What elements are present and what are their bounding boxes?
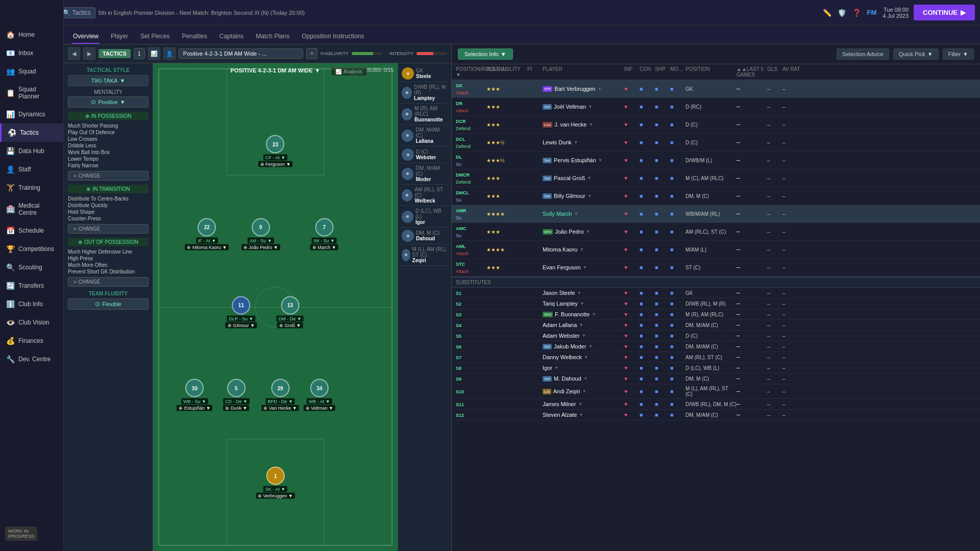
player-name-march-row[interactable]: Solly March ▼ bbox=[543, 211, 624, 217]
sub-item-lallana[interactable]: ⊕ DM, M/AM (C) Lallana bbox=[400, 125, 449, 146]
sub-item-igor[interactable]: ⊕ D (LC), WB (L) Igor bbox=[400, 206, 449, 228]
player-node-kaoru[interactable]: 22 IF - At ▼ ⊕ Mitoma Kaoru ▼ bbox=[185, 218, 229, 250]
change-possession-out-btn[interactable]: » CHANGE bbox=[68, 277, 149, 287]
player-name-webster-row[interactable]: Adam Webster ▼ bbox=[543, 333, 624, 339]
sidebar-item-schedule[interactable]: 📅Schedule bbox=[0, 221, 63, 240]
sidebar-item-scouting[interactable]: 🔍Scouting bbox=[0, 258, 63, 277]
player-name-verbruggen-row[interactable]: IPR Bart Verbruggen ▼ bbox=[543, 86, 624, 92]
player-name-gilmour-row[interactable]: Set Billy Gilmour ▼ bbox=[543, 193, 624, 199]
mentality-select[interactable]: ⊙ Positive ▼ bbox=[68, 96, 149, 108]
fluidity-select[interactable]: ⊙ Flexible bbox=[68, 298, 149, 310]
player-name-igor-row[interactable]: Igor ▼ bbox=[543, 365, 624, 371]
sub-item-welbeck[interactable]: ⊕ AM (RL), ST (C) Welbeck bbox=[400, 185, 449, 206]
sidebar-item-dynamics[interactable]: 📊Dynamics bbox=[0, 105, 63, 123]
player-name-welbeck-row[interactable]: Danny Welbeck ▼ bbox=[543, 354, 624, 360]
col-last5[interactable]: ▲▲LAST 5 GAMES bbox=[737, 66, 767, 78]
shield-icon[interactable]: 🛡️ bbox=[838, 9, 846, 17]
tab-match-plans[interactable]: Match Plans bbox=[255, 30, 290, 44]
sidebar-item-home[interactable]: 🏠Home bbox=[0, 26, 63, 44]
sidebar-item-club-info[interactable]: ℹ️Club Info bbox=[0, 295, 63, 313]
col-position[interactable]: POSITION/ROLE/DU... ▼ bbox=[456, 66, 486, 78]
player-node-gross[interactable]: 13 DM - De ▼ ⊕ Groß ▼ bbox=[277, 296, 304, 328]
player-name-milner-row[interactable]: James Milner ▼ bbox=[543, 401, 624, 407]
topbar: ◀ ▶ ⚽ 🔍 Tactics 5th in English Premier D… bbox=[0, 0, 980, 26]
sidebar-item-squad-planner[interactable]: 📋Squad Planner bbox=[0, 81, 63, 105]
player-name-dahoud-row[interactable]: Set M. Dahoud ▼ bbox=[543, 375, 624, 382]
player-name-alzate-row[interactable]: Steven Alzate ▼ bbox=[543, 412, 624, 418]
col-role-ability[interactable]: ROLE ABILITY bbox=[486, 66, 527, 78]
sidebar-item-inbox[interactable]: 📧Inbox bbox=[0, 44, 63, 62]
sidebar-item-training[interactable]: 🏋️Training bbox=[0, 179, 63, 197]
sidebar-item-tactics[interactable]: ⚽Tactics bbox=[0, 123, 63, 142]
sidebar-item-competitions[interactable]: 🏆Competitions bbox=[0, 240, 63, 258]
player-node-march[interactable]: 7 IW - Su ▼ ⊕ March ▼ bbox=[310, 218, 338, 250]
player-node-dunk[interactable]: 5 CD - De ▼ ⊕ Dunk ▼ bbox=[223, 379, 250, 411]
continue-button[interactable]: CONTINUE ▶ bbox=[914, 5, 975, 20]
table-row-s4: S4 Adam Lallana ▼ ♥ ■ ■ ■ DM, M/AM (C) –… bbox=[452, 320, 980, 331]
sidebar-item-dev-centre[interactable]: 🔧Dev. Centre bbox=[0, 350, 63, 368]
player-name-lallana-row[interactable]: Adam Lallana ▼ bbox=[543, 322, 624, 328]
player-node-veltman[interactable]: 34 WB - At ▼ ⊕ Veltman ▼ bbox=[304, 379, 335, 411]
tab-overview[interactable]: Overview bbox=[72, 30, 100, 44]
tactical-style-header: TACTICAL STYLE bbox=[68, 67, 149, 73]
player-node-joaopedro[interactable]: 9 AM - Su ▼ ⊕ João Pedro ▼ bbox=[241, 218, 280, 250]
sub-item-webster[interactable]: ⊕ D (C) Webster bbox=[400, 146, 449, 163]
change-transition-btn[interactable]: » CHANGE bbox=[68, 224, 149, 234]
sub-item-moder[interactable]: ⊕ DM, M/AM (C) Moder bbox=[400, 163, 449, 185]
add-tactic-btn[interactable]: + bbox=[306, 48, 317, 59]
player-name-veltman-row[interactable]: Set Joël Veltman ▼ bbox=[543, 104, 624, 110]
player-name-gross-row[interactable]: Set Pascal Groß ▼ bbox=[543, 175, 624, 181]
tab-penalties[interactable]: Penalties bbox=[181, 30, 208, 44]
player-name-vanhecke-row[interactable]: Los J. van Hecke ▼ bbox=[543, 121, 624, 128]
player-name-steele-row[interactable]: Jason Steele ▼ bbox=[543, 290, 624, 296]
sidebar-item-staff[interactable]: 👤Staff bbox=[0, 160, 63, 179]
player-name-estupinan-row[interactable]: Set Pervis Estupiñán ▼ bbox=[543, 157, 624, 163]
player-node-gilmour[interactable]: 11 DLP - Su ▼ ⊕ Gilmour ▼ bbox=[226, 296, 257, 328]
sidebar-item-club-vision[interactable]: 👁️Club Vision bbox=[0, 313, 63, 332]
sub-item-zeqiri[interactable]: ⊕ M (L), AM (RL), ST (C) Zeqiri bbox=[400, 244, 449, 266]
sub-item-dahoud[interactable]: ⊕ DM, M (C) Dahoud bbox=[400, 228, 449, 244]
sub-item-lamptey[interactable]: ⊕ D/WB (RL), M (R) Lamptey bbox=[400, 82, 449, 104]
tactics-fwd-btn[interactable]: ▶ bbox=[83, 47, 95, 60]
player-name-joaopedro-row[interactable]: Wnt João Pedro ▼ bbox=[543, 229, 624, 235]
player-name-lamptey-row[interactable]: Tariq Lamptey ▼ bbox=[543, 300, 624, 307]
player-name-dunk-row[interactable]: Lewis Dunk ▼ bbox=[543, 139, 624, 145]
edit-icon[interactable]: ✏️ bbox=[823, 9, 831, 17]
selection-advice-button[interactable]: Selection Advice bbox=[837, 48, 889, 60]
formation-select[interactable]: Positive 4-2-3-1 DM AM Wide - ... bbox=[179, 48, 303, 59]
quick-pick-button[interactable]: Quick Pick ▼ bbox=[893, 48, 939, 60]
filter-button[interactable]: Filter ▼ bbox=[943, 48, 974, 60]
sidebar-item-medical[interactable]: 🏥Medical Centre bbox=[0, 197, 63, 221]
table-row: AMCSu ★★★ Wnt João Pedro ▼ ♥ ■ ■ ■ AM (R… bbox=[452, 223, 980, 241]
sub-item-buonanotte[interactable]: ⊕ M (R), AM (RLC) Buonanotte bbox=[400, 104, 449, 125]
sidebar-item-squad[interactable]: 👥Squad bbox=[0, 62, 63, 81]
tab-set-pieces[interactable]: Set Pieces bbox=[139, 30, 170, 44]
analysis-button[interactable]: 📈 Analysis bbox=[331, 67, 367, 76]
sub-item-steele[interactable]: ⊕ GK Steele bbox=[400, 65, 449, 82]
sidebar-item-data-hub[interactable]: 💾Data Hub bbox=[0, 142, 63, 160]
person-icon[interactable]: 👤 bbox=[163, 47, 176, 60]
player-name-buonanotte-row[interactable]: Wnt F. Buonanotte ▼ bbox=[543, 311, 624, 317]
tactics-back-btn[interactable]: ◀ bbox=[68, 47, 80, 60]
player-name-ferguson-row[interactable]: Evan Ferguson ▼ bbox=[543, 264, 624, 270]
tab-player[interactable]: Player bbox=[110, 30, 129, 44]
tab-captains[interactable]: Captains bbox=[218, 30, 244, 44]
player-name-zeqiri-row[interactable]: Lst Andi Zeqiri ▼ bbox=[543, 388, 624, 394]
player-node-vanhecke[interactable]: 29 BPD - De ▼ ⊕ Van Hecke ▼ bbox=[261, 379, 299, 411]
player-node-estupinan[interactable]: 30 WB - Su ▼ ⊕ Estupiñán ▼ bbox=[177, 379, 212, 411]
player-name-kaoru-row[interactable]: Mitoma Kaoru ▼ bbox=[543, 246, 624, 253]
sidebar-item-finances[interactable]: 💰Finances bbox=[0, 332, 63, 350]
sidebar-item-transfers[interactable]: 🔄Transfers bbox=[0, 277, 63, 295]
formation-label[interactable]: POSITIVE 4-2-3-1 DM AM WIDE ▼ bbox=[231, 67, 321, 73]
player-node-verbruggen[interactable]: 1 SK - At ▼ ⊕ Verbruggen ▼ bbox=[256, 467, 295, 499]
tactics-body: TACTICAL STYLE TIKI-TAKA ▼ MENTALITY ⊙ P… bbox=[64, 63, 451, 551]
bar-chart-icon[interactable]: 📊 bbox=[148, 47, 160, 60]
change-possession-btn[interactable]: » CHANGE bbox=[68, 171, 149, 181]
help-icon[interactable]: ❓ bbox=[852, 9, 861, 17]
tab-opposition[interactable]: Opposition Instructions bbox=[301, 30, 365, 44]
style-select[interactable]: TIKI-TAKA ▼ bbox=[68, 75, 149, 86]
player-node-ferguson[interactable]: 23 CF - At ▼ ⊕ Ferguson ▼ bbox=[258, 135, 293, 167]
selection-info-button[interactable]: Selection Info ▼ bbox=[458, 48, 513, 60]
player-name-moder-row[interactable]: Set Jakub Moder ▼ bbox=[543, 343, 624, 349]
col-player[interactable]: PLAYER bbox=[543, 66, 624, 78]
